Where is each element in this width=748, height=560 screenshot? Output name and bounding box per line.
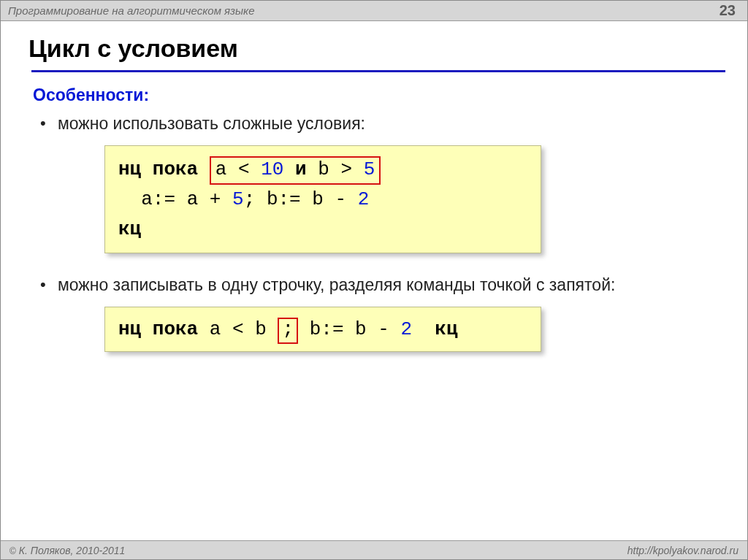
code1-cond-5: 5 — [364, 158, 375, 180]
slide-footer: ©К. Поляков, 2010-2011 http://kpolyakov.… — [1, 540, 747, 559]
code1-line2: a:= a + 5; b:= b - 2 — [118, 185, 527, 214]
code1-body-sep: ; — [244, 188, 256, 210]
code-box-2: нц пока a < b ; b:= b - 2 кц — [104, 307, 541, 352]
page-number: 23 — [720, 2, 740, 19]
slide-header: Программирование на алгоритмическом язык… — [1, 1, 747, 21]
code1-cond-gt: > — [341, 158, 353, 180]
kw-nts-poka: нц пока — [118, 158, 198, 180]
bullet-1: можно использовать сложные условия: нц п… — [58, 112, 725, 253]
content: Особенности: можно использовать сложные … — [1, 78, 747, 352]
semicolon-highlight: ; — [278, 318, 298, 344]
kw-kts-2: кц — [435, 318, 457, 340]
slide-title: Цикл с условием — [28, 34, 725, 63]
condition-highlight: a < 10 и b > 5 — [210, 156, 381, 185]
code1-body-b: b:= b - — [267, 188, 346, 210]
bullet-list: можно использовать сложные условия: нц п… — [33, 112, 725, 352]
section-label: Особенности: — [33, 85, 725, 105]
copyright-icon: © — [9, 546, 16, 556]
code-box-1: нц пока a < 10 и b > 5 a:= a + 5; b:= b … — [104, 145, 541, 253]
title-area: Цикл с условием — [1, 21, 747, 78]
code1-cond-10: 10 — [261, 158, 283, 180]
code2-line1: нц пока a < b ; b:= b - 2 кц — [118, 315, 527, 344]
code2-body-2: 2 — [401, 318, 413, 340]
code1-cond-lt: < — [238, 158, 250, 180]
code2-cond: a < b — [210, 318, 267, 340]
code1-cond-and: и — [295, 158, 307, 180]
code1-line1: нц пока a < 10 и b > 5 — [118, 155, 527, 185]
code1-body-5: 5 — [232, 188, 244, 210]
code2-semi: ; — [282, 318, 294, 340]
code2-body-b: b:= b - — [310, 318, 389, 340]
bullet-2-text: можно записывать в одну строчку, разделя… — [58, 275, 615, 294]
footer-author: ©К. Поляков, 2010-2011 — [9, 545, 125, 556]
code1-cond-b: b — [318, 158, 329, 180]
code1-cond-a: a — [215, 158, 227, 180]
code1-line3: кц — [118, 215, 527, 244]
code1-body-2: 2 — [358, 188, 370, 210]
footer-url: http://kpolyakov.narod.ru — [627, 545, 739, 556]
code1-body-a: a:= a + — [141, 188, 221, 210]
kw-nts-poka-2: нц пока — [118, 318, 198, 340]
footer-author-text: К. Поляков, 2010-2011 — [19, 545, 125, 556]
header-title: Программирование на алгоритмическом язык… — [8, 4, 255, 17]
kw-kts: кц — [118, 218, 141, 240]
title-underline — [31, 70, 725, 72]
bullet-1-text: можно использовать сложные условия: — [58, 114, 365, 133]
bullet-2: можно записывать в одну строчку, разделя… — [58, 274, 725, 352]
slide: Программирование на алгоритмическом язык… — [0, 0, 748, 560]
